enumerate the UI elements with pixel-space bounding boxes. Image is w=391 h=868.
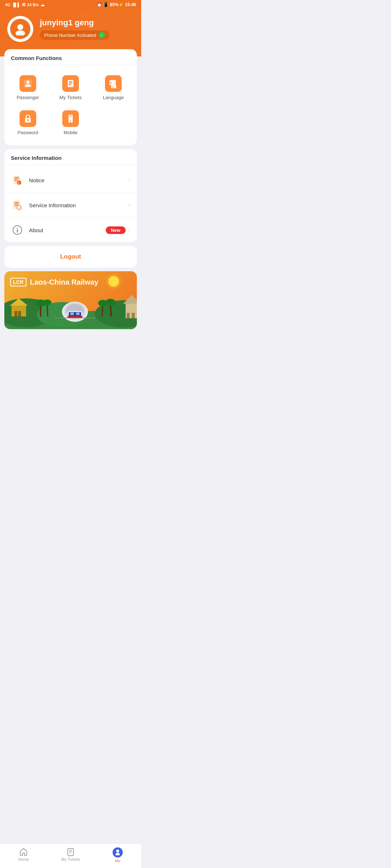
wifi-icon: ⌘ — [22, 3, 26, 7]
about-chevron: › — [129, 227, 130, 233]
divider2 — [4, 165, 137, 165]
svg-point-18 — [70, 121, 71, 122]
svg-rect-9 — [69, 83, 72, 84]
data-speed: 24 B/s — [27, 3, 39, 7]
my-tickets-icon-box — [62, 75, 79, 92]
svg-rect-64 — [132, 313, 135, 318]
svg-rect-63 — [127, 313, 130, 318]
function-mobile[interactable]: Mobile — [50, 106, 91, 140]
svg-rect-29 — [14, 205, 17, 206]
svg-rect-8 — [69, 81, 72, 82]
svg-rect-28 — [14, 204, 19, 204]
svg-rect-19 — [70, 116, 72, 116]
svg-point-50 — [105, 299, 115, 306]
notice-icon: ! — [11, 174, 24, 187]
svg-point-3 — [16, 30, 25, 35]
function-passenger[interactable]: Passenger — [7, 71, 49, 105]
service-info-label: Service Information — [29, 202, 129, 208]
function-password[interactable]: Password — [7, 106, 49, 140]
functions-grid: Passenger My Tickets — [4, 68, 137, 145]
network-bars: ▐▌▌ — [12, 3, 20, 7]
function-my-tickets[interactable]: My Tickets — [50, 71, 91, 105]
svg-rect-58 — [68, 316, 82, 317]
svg-rect-27 — [14, 202, 19, 203]
avatar — [7, 16, 33, 42]
common-functions-title: Common Functions — [4, 49, 137, 65]
passenger-label: Passenger — [17, 95, 39, 100]
svg-text:A: A — [110, 81, 112, 84]
lcr-logo-box: LCR — [10, 278, 26, 286]
svg-point-16 — [27, 119, 29, 121]
svg-point-5 — [26, 81, 29, 84]
service-information-card: Service Information ! Notice › — [4, 149, 137, 242]
divider — [4, 65, 137, 65]
battery-level: 85%⚡ — [110, 2, 124, 7]
logout-card: Logout — [4, 246, 137, 268]
svg-rect-34 — [17, 229, 18, 233]
profile-row: junying1 geng Phone Number Activated ✓ — [7, 16, 134, 42]
clock: 15:46 — [125, 2, 136, 7]
language-label: Language — [103, 95, 124, 100]
language-icon-box: A 文 — [105, 75, 122, 92]
password-icon-box — [20, 110, 36, 127]
banner-title: Laos-China Railway — [30, 278, 98, 286]
signal-icon: 4G — [5, 3, 10, 7]
svg-rect-22 — [14, 179, 19, 179]
lcr-banner[interactable]: LCR Laos-China Railway — [4, 271, 137, 329]
svg-rect-56 — [70, 312, 74, 315]
password-label: Password — [17, 130, 38, 135]
alarm-icon: ⏰ — [97, 2, 102, 7]
cloud-icon: ☁ — [41, 3, 45, 7]
mobile-icon-box — [62, 110, 79, 127]
verified-icon: ✓ — [98, 32, 105, 38]
svg-marker-62 — [123, 295, 137, 304]
svg-rect-21 — [14, 177, 19, 178]
service-info-title: Service Information — [4, 149, 137, 165]
phone-badge-text: Phone Number Activated — [44, 33, 96, 38]
mobile-label: Mobile — [64, 130, 77, 135]
svg-rect-6 — [25, 84, 30, 85]
phone-badge: Phone Number Activated ✓ — [40, 30, 109, 40]
svg-point-24 — [17, 180, 21, 185]
common-functions-card: Common Functions Passenger — [4, 49, 137, 145]
sun-decoration — [109, 276, 119, 286]
passenger-icon-box — [20, 75, 36, 92]
svg-rect-59 — [68, 317, 82, 318]
svg-rect-41 — [14, 311, 17, 316]
status-right: ⏰ 📳 85%⚡ 15:46 — [97, 2, 136, 7]
svg-rect-10 — [69, 84, 71, 85]
notice-label: Notice — [29, 177, 129, 183]
notice-chevron: › — [129, 177, 130, 183]
status-left: 4G ▐▌▌ ⌘ 24 B/s ☁ — [5, 3, 45, 7]
status-bar: 4G ▐▌▌ ⌘ 24 B/s ☁ ⏰ 📳 85%⚡ 15:46 — [0, 0, 141, 9]
my-tickets-label: My Tickets — [59, 95, 81, 100]
service-info-item[interactable]: ✓ Service Information › — [4, 193, 137, 218]
service-info-icon: ✓ — [11, 199, 24, 212]
about-item[interactable]: About New › — [4, 218, 137, 242]
about-icon — [11, 224, 24, 237]
profile-username: junying1 geng — [40, 18, 109, 27]
svg-text:✓: ✓ — [18, 207, 21, 210]
logout-button[interactable]: Logout — [4, 246, 137, 268]
function-language[interactable]: A 文 Language — [93, 71, 134, 105]
notice-item[interactable]: ! Notice › — [4, 168, 137, 193]
vibrate-icon: 📳 — [103, 2, 109, 7]
banner-logo: LCR Laos-China Railway — [10, 278, 98, 286]
svg-rect-23 — [14, 180, 17, 181]
svg-text:!: ! — [18, 182, 19, 185]
svg-point-46 — [43, 299, 51, 305]
service-info-chevron: › — [129, 202, 130, 208]
svg-point-33 — [17, 228, 18, 229]
profile-info: junying1 geng Phone Number Activated ✓ — [40, 18, 109, 40]
about-label: About — [29, 227, 106, 233]
svg-rect-42 — [18, 311, 21, 316]
svg-rect-57 — [76, 312, 80, 315]
svg-point-2 — [17, 24, 23, 30]
logout-label: Logout — [60, 253, 81, 260]
svg-text:文: 文 — [112, 85, 114, 88]
svg-rect-60 — [55, 318, 95, 318]
new-badge: New — [106, 226, 126, 234]
